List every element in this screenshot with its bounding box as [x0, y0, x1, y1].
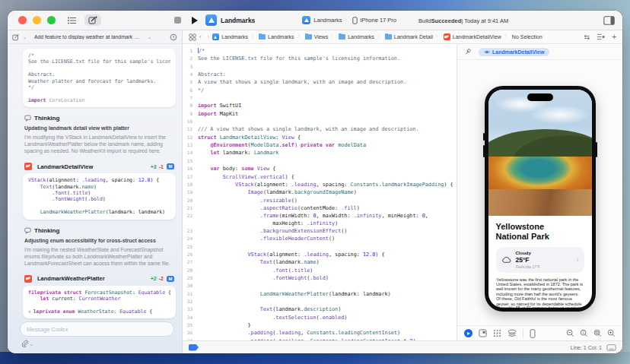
run-destination[interactable]: iPhone 17 Pro	[360, 17, 396, 24]
zoom-to-fit-button[interactable]	[593, 329, 602, 337]
line-number: 17	[183, 173, 198, 180]
zoom-out-button[interactable]	[566, 329, 574, 337]
code-line	[28, 203, 170, 209]
forward-button[interactable]: ›	[208, 33, 210, 40]
code-line: */	[28, 84, 170, 90]
coding-assistant-button[interactable]	[84, 14, 101, 26]
code-line: 23 .backgroundExtensionEffect()	[183, 227, 457, 235]
code-line: 15	[183, 157, 457, 165]
changed-file-header[interactable]: LandmarkDetailView +3 -1 M	[24, 163, 174, 170]
code-line: Weather platter and forecast for landmar…	[28, 78, 170, 84]
navigator-list-icon[interactable]	[68, 17, 77, 24]
code-review-icon[interactable]: ⇆	[584, 33, 590, 41]
add-editor-button[interactable]: +	[612, 33, 616, 41]
scheme-app-icon	[302, 16, 310, 24]
folder-icon	[385, 34, 392, 40]
assistant-header: ⌄ Add feature to display weather at land…	[8, 30, 183, 44]
project-name: Landmarks	[221, 17, 255, 24]
breadcrumb-label: No Selection	[512, 34, 542, 40]
code-line: 20 .resizable()	[183, 197, 457, 204]
scheme-selector[interactable]: Landmarks 〉 iPhone 17 Pro	[302, 16, 396, 24]
chevron-separator: 〉	[331, 33, 336, 40]
breadcrumb-label: Landmark Detail	[394, 34, 433, 40]
chevron-down-icon[interactable]: ⌄	[148, 34, 151, 40]
thinking-section[interactable]: Thinking Adjusting enum accessibility fo…	[24, 227, 174, 267]
scheme-name[interactable]: Landmarks	[313, 17, 342, 24]
chat-history-icon[interactable]	[170, 33, 177, 41]
stop-button[interactable]	[174, 17, 181, 24]
new-chat-icon[interactable]	[12, 33, 20, 41]
minimize-window-button[interactable]	[33, 16, 41, 24]
iphone-preview-device[interactable]: Yellowstone National Park Cloudy 25°F Fe…	[485, 86, 596, 312]
code-line: 21 .aspectRatio(contentMode: .fill)	[183, 204, 457, 212]
close-window-button[interactable]	[18, 16, 27, 24]
code-line: 18 VStack(alignment: .leading, spacing: …	[183, 181, 457, 188]
preview-selector[interactable]: LandmarkDetailView	[479, 48, 549, 56]
preview-screen: Yellowstone National Park Cloudy 25°F Fe…	[488, 90, 592, 308]
sub-toolbar: ⌄ Add feature to display weather at land…	[8, 30, 622, 44]
line-number: 25	[183, 243, 198, 250]
line-number: 26	[183, 251, 198, 258]
line-number: 12	[183, 134, 198, 141]
keyboard-icon[interactable]	[606, 344, 616, 351]
build-status-result: Succeeded	[431, 17, 462, 24]
canvas-body: Yellowstone National Park Cloudy 25°F Fe…	[457, 60, 622, 325]
minimap-icon[interactable]	[597, 33, 605, 40]
thought-bubble-icon	[24, 227, 31, 234]
code-line: 2See the LICENSE.txt file for this sampl…	[183, 55, 457, 62]
landmark-description: Yellowstone was the first national park …	[496, 277, 584, 308]
weather-platter[interactable]: Cloudy 25°F Feels like 17°F ›	[496, 247, 584, 273]
thought-bubble-icon	[24, 115, 31, 122]
breadcrumb-item[interactable]: Landmarks	[212, 33, 248, 40]
build-status-prefix: Build	[418, 17, 431, 24]
volume-down-button	[483, 145, 485, 157]
breadcrumb-label: Views	[314, 34, 329, 40]
activity-status[interactable]: Build Succeeded | Today at 9:41 AM	[418, 11, 508, 30]
selectable-mode-button[interactable]	[479, 329, 487, 337]
preview-device-button[interactable]	[530, 329, 536, 338]
editor-area: 1/*2See the LICENSE.txt file for this sa…	[183, 44, 622, 353]
live-preview-button[interactable]	[464, 329, 473, 337]
thinking-title: Updating landmark detail view with platt…	[24, 125, 174, 131]
chevron-down-icon[interactable]: ⌄	[23, 34, 27, 40]
zoom-window-button[interactable]	[47, 16, 56, 24]
pin-icon[interactable]	[464, 48, 472, 56]
back-button[interactable]: ‹	[199, 33, 202, 40]
build-status-time: | Today at 9:41 AM	[461, 17, 508, 24]
folder-icon	[339, 34, 345, 40]
dynamic-island	[527, 93, 553, 101]
message-input[interactable]	[20, 321, 174, 337]
disclosure-chevron-icon[interactable]: ∨	[28, 309, 31, 314]
line-number: 28	[183, 267, 198, 274]
inspector-toggle-button[interactable]	[603, 16, 615, 25]
source-editor[interactable]: 1/*2See the LICENSE.txt file for this sa…	[183, 44, 457, 340]
device-settings-button[interactable]	[508, 329, 517, 337]
zoom-in-button[interactable]	[607, 329, 616, 337]
canvas-header: LandmarkDetailView	[457, 44, 622, 60]
swift-file-icon	[444, 33, 450, 40]
code-line: 10	[183, 118, 457, 125]
thinking-section[interactable]: Thinking Updating landmark detail view w…	[24, 115, 174, 154]
breadcrumb-item[interactable]: Landmarks	[259, 34, 294, 40]
chat-title[interactable]: Add feature to display weather at landma…	[34, 34, 142, 40]
line-number: 8	[183, 102, 198, 109]
breadcrumb-item[interactable]: No Selection	[512, 34, 542, 40]
breakpoints-toggle[interactable]	[189, 344, 199, 351]
folder-icon	[305, 34, 312, 40]
chevron-separator: 〉	[298, 33, 302, 40]
related-items-icon[interactable]	[189, 33, 196, 41]
code-line: .fontWeight(.bold)	[28, 196, 170, 202]
zoom-100-button[interactable]: 1	[580, 329, 588, 337]
run-button[interactable]	[192, 17, 198, 24]
breadcrumb-item[interactable]: LandmarkDetailView	[444, 33, 501, 40]
breadcrumb-item[interactable]: Landmarks	[339, 34, 374, 40]
chevron-down-icon[interactable]: ⌄	[30, 341, 33, 347]
folder-icon	[259, 34, 266, 40]
paperclip-icon[interactable]	[21, 340, 28, 347]
code-line: 32	[183, 298, 457, 305]
variants-button[interactable]	[493, 329, 501, 337]
changed-file-header[interactable]: LandmarkWeatherPlatter +2 -2 M	[24, 275, 174, 283]
code-line: fileprivate struct ForecastSnapshot: Equ…	[28, 290, 170, 296]
breadcrumb-item[interactable]: Landmark Detail	[385, 34, 433, 40]
breadcrumb-item[interactable]: Views	[305, 34, 329, 40]
